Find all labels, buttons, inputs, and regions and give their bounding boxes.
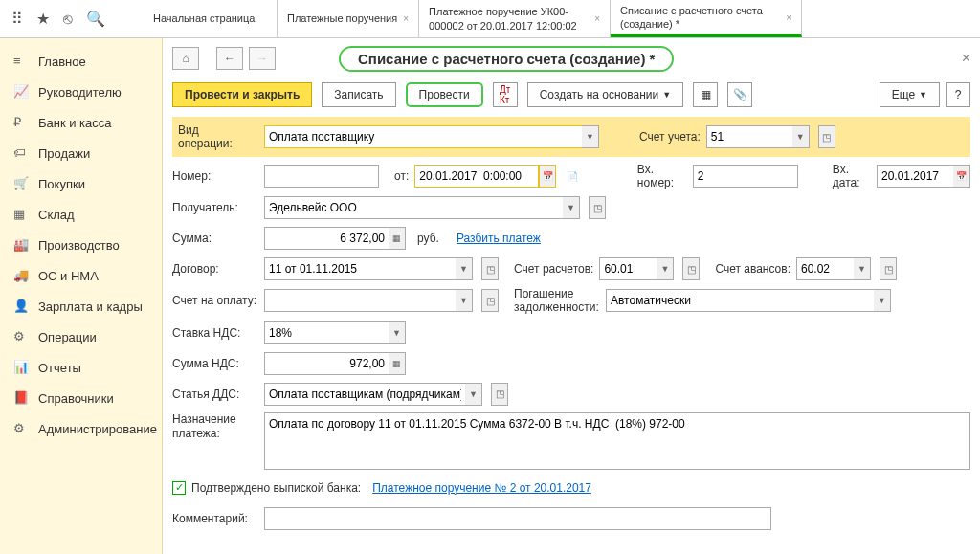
sidebar-item-0[interactable]: ≡Главное <box>0 46 162 77</box>
sum-calc[interactable]: ▦ <box>389 227 406 250</box>
sidebar-item-label: ОС и НМА <box>38 269 99 283</box>
invoice-dropdown[interactable]: ▼ <box>456 289 473 312</box>
tag-icon: 🏷 <box>13 145 29 161</box>
account-input[interactable] <box>706 125 792 148</box>
invoice-input[interactable] <box>264 289 456 312</box>
number-input[interactable] <box>264 165 379 188</box>
confirmed-checkbox[interactable]: ✓ <box>172 481 186 495</box>
adv-acc-label: Счет авансов: <box>715 262 791 276</box>
sidebar-item-7[interactable]: 🚚ОС и НМА <box>0 260 162 291</box>
in-date-input[interactable] <box>877 165 953 188</box>
dt-kt-icon[interactable]: ДтКт <box>493 82 518 107</box>
tab-0[interactable]: Начальная страница <box>144 0 278 37</box>
in-date-label: Вх. дата: <box>833 163 871 189</box>
contract-open[interactable]: ◳ <box>481 257 499 280</box>
sum-input[interactable] <box>264 227 389 250</box>
sidebar-item-10[interactable]: 📊Отчеты <box>0 352 162 383</box>
vat-rate-input[interactable] <box>264 321 389 344</box>
sidebar-item-label: Справочники <box>38 391 114 406</box>
post-button[interactable]: Провести <box>406 82 483 107</box>
tab-label: Начальная страница <box>153 11 255 25</box>
calc-acc-open[interactable]: ◳ <box>682 257 700 280</box>
adv-acc-dropdown[interactable]: ▼ <box>854 257 871 280</box>
doc-icon[interactable]: ▦ <box>693 82 718 107</box>
sidebar-item-12[interactable]: ⚙Администрирование <box>0 413 162 444</box>
date-helper-icon[interactable]: 📄 <box>565 165 579 188</box>
repay-dropdown[interactable]: ▼ <box>874 289 891 312</box>
recipient-input[interactable] <box>264 196 563 219</box>
vat-sum-input[interactable] <box>264 352 389 375</box>
purpose-textarea[interactable] <box>264 412 970 470</box>
home-button[interactable]: ⌂ <box>172 47 199 70</box>
sum-label: Сумма: <box>172 232 258 245</box>
sidebar-item-3[interactable]: 🏷Продажи <box>0 138 162 168</box>
vat-sum-calc[interactable]: ▦ <box>389 352 406 375</box>
link-icon[interactable]: ⎋ <box>63 11 73 28</box>
sidebar-item-label: Отчеты <box>38 361 81 375</box>
repay-input[interactable] <box>606 289 874 312</box>
close-icon[interactable]: × <box>962 50 970 67</box>
sidebar-item-5[interactable]: ▦Склад <box>0 199 162 230</box>
post-close-button[interactable]: Провести и закрыть <box>172 82 312 107</box>
tab-1[interactable]: Платежные поручения× <box>278 0 419 37</box>
write-button[interactable]: Записать <box>322 82 395 107</box>
vat-rate-dropdown[interactable]: ▼ <box>389 321 406 344</box>
comment-input[interactable] <box>264 507 771 530</box>
sidebar-item-label: Покупки <box>38 177 85 191</box>
date-input[interactable] <box>414 165 539 188</box>
gear-icon: ⚙ <box>13 421 29 436</box>
dds-input[interactable] <box>264 383 465 406</box>
recipient-dropdown[interactable]: ▼ <box>563 196 580 219</box>
contract-input[interactable] <box>264 257 456 280</box>
op-type-input[interactable] <box>264 125 582 148</box>
calc-acc-dropdown[interactable]: ▼ <box>657 257 674 280</box>
back-button[interactable]: ← <box>216 47 243 70</box>
sidebar-item-8[interactable]: 👤Зарплата и кадры <box>0 291 162 321</box>
date-picker[interactable]: 📅 <box>539 165 556 188</box>
account-dropdown[interactable]: ▼ <box>792 125 810 148</box>
in-number-input[interactable] <box>693 165 798 188</box>
invoice-open[interactable]: ◳ <box>481 289 499 312</box>
tab-close-icon[interactable]: × <box>786 12 791 23</box>
sidebar-item-1[interactable]: 📈Руководителю <box>0 77 162 107</box>
purpose-label: Назначение платежа: <box>172 412 258 442</box>
page-title: Списание с расчетного счета (создание) * <box>339 46 674 72</box>
in-date-picker[interactable]: 📅 <box>953 165 970 188</box>
search-icon[interactable]: 🔍 <box>86 10 105 28</box>
tab-2[interactable]: Платежное поручение УК00-000002 от 20.01… <box>419 0 611 37</box>
star-icon[interactable]: ★ <box>36 10 50 28</box>
recipient-open[interactable]: ◳ <box>589 196 606 219</box>
sidebar-item-2[interactable]: ₽Банк и касса <box>0 107 162 138</box>
confirmed-link[interactable]: Платежное поручение № 2 от 20.01.2017 <box>372 481 591 495</box>
create-based-button[interactable]: Создать на основании ▼ <box>527 82 683 107</box>
factory-icon: 🏭 <box>13 237 29 253</box>
calc-acc-input[interactable] <box>599 257 657 280</box>
attach-icon[interactable]: 📎 <box>727 82 752 107</box>
split-link[interactable]: Разбить платеж <box>457 232 541 245</box>
forward-button[interactable]: → <box>249 47 276 70</box>
dds-open[interactable]: ◳ <box>491 383 508 406</box>
account-label: Счет учета: <box>639 130 701 144</box>
truck-icon: 🚚 <box>13 268 29 283</box>
sidebar-item-label: Операции <box>38 330 97 344</box>
number-label: Номер: <box>172 169 258 183</box>
apps-icon[interactable]: ⠿ <box>11 10 23 28</box>
tab-close-icon[interactable]: × <box>594 13 600 24</box>
sidebar-item-4[interactable]: 🛒Покупки <box>0 168 162 199</box>
tab-close-icon[interactable]: × <box>403 13 409 24</box>
help-button[interactable]: ? <box>946 82 970 107</box>
tab-3[interactable]: Списание с расчетного счета (создание) *… <box>611 0 802 37</box>
adv-acc-input[interactable] <box>796 257 854 280</box>
sidebar-item-11[interactable]: 📕Справочники <box>0 383 162 413</box>
contract-dropdown[interactable]: ▼ <box>456 257 473 280</box>
more-button[interactable]: Еще ▼ <box>880 82 940 107</box>
sidebar-item-9[interactable]: ⚙Операции <box>0 321 162 352</box>
dds-dropdown[interactable]: ▼ <box>465 383 482 406</box>
tab-label: Платежные поручения <box>287 11 397 25</box>
repay-label: Погашение задолженности: <box>514 287 600 315</box>
account-open[interactable]: ◳ <box>818 125 835 148</box>
adv-acc-open[interactable]: ◳ <box>880 257 897 280</box>
contract-label: Договор: <box>172 262 258 276</box>
sidebar-item-6[interactable]: 🏭Производство <box>0 230 162 260</box>
op-type-dropdown[interactable]: ▼ <box>582 125 599 148</box>
